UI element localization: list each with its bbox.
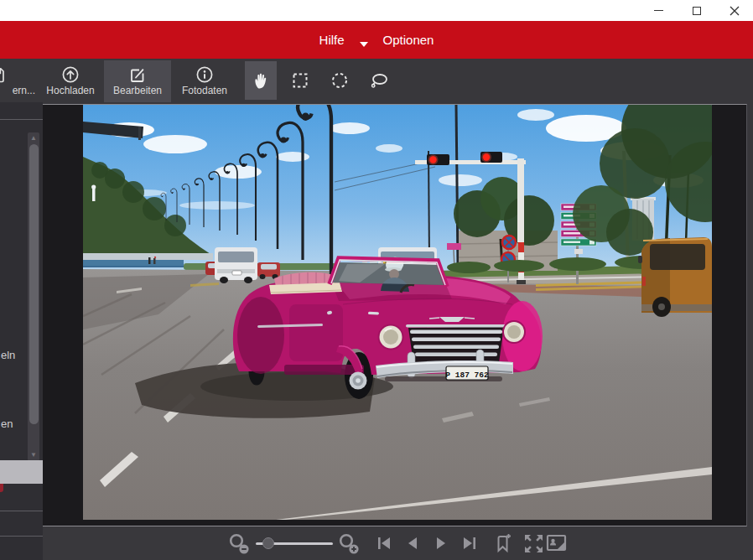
fullscreen-icon <box>522 532 545 555</box>
zoom-slider-thumb[interactable] <box>262 537 274 549</box>
save-button[interactable]: ern... <box>0 60 37 102</box>
next-image-button[interactable] <box>431 533 451 553</box>
lasso-select-button[interactable] <box>363 61 395 100</box>
compare-view-icon <box>545 532 569 554</box>
save-label: ern... <box>13 85 35 96</box>
titlebar <box>0 0 753 21</box>
dashed-rect-icon <box>290 70 310 91</box>
headlight-left <box>378 324 404 350</box>
traffic-light-head <box>427 154 449 165</box>
rect-select-button[interactable] <box>284 61 316 100</box>
lasso-icon <box>368 70 390 91</box>
close-button[interactable] <box>715 0 753 21</box>
zoom-slider[interactable] <box>256 537 333 549</box>
edit-label: Bearbeiten <box>113 85 162 96</box>
menubar: Hilfe Optionen <box>0 21 753 59</box>
sidebar: eln en ▲ ▼ <box>0 102 43 560</box>
sidebar-selected-item[interactable] <box>0 460 43 484</box>
last-image-button[interactable] <box>460 533 480 553</box>
photo-canvas[interactable]: P 187 762 <box>83 105 712 520</box>
edit-icon <box>128 65 147 84</box>
menu-optionen[interactable]: Optionen <box>383 33 434 47</box>
previous-image-button[interactable] <box>402 533 423 553</box>
license-plate-text: P 187 762 <box>445 371 489 380</box>
ellipse-select-button[interactable] <box>324 61 356 100</box>
save-icon <box>0 65 7 84</box>
scrollbar-thumb[interactable] <box>29 144 39 424</box>
headlight-right <box>502 320 526 344</box>
main-area: P 187 762 <box>43 102 753 560</box>
white-van <box>215 247 257 283</box>
photodata-button[interactable]: Fotodaten <box>171 60 238 102</box>
door-handle <box>368 312 379 315</box>
hand-tool-button[interactable] <box>245 61 277 100</box>
sidebar-divider <box>0 511 43 511</box>
orange-van <box>638 237 712 317</box>
upload-label: Hochladen <box>46 85 94 96</box>
bookmark-add-icon <box>493 532 514 554</box>
front-hubcap <box>350 372 367 390</box>
first-image-button[interactable] <box>374 533 394 553</box>
compare-view-button[interactable] <box>545 532 569 554</box>
car-grille <box>406 324 506 363</box>
first-image-icon <box>374 533 394 553</box>
info-icon <box>195 65 214 84</box>
close-icon <box>730 6 740 16</box>
upload-button[interactable]: Hochladen <box>37 60 104 102</box>
menu-hilfe[interactable]: Hilfe <box>319 33 345 47</box>
window-controls <box>640 0 753 21</box>
dashed-circle-icon <box>330 70 350 91</box>
hand-icon <box>251 70 271 91</box>
scroll-down-icon[interactable]: ▼ <box>28 451 39 459</box>
bookmark-add-button[interactable] <box>493 532 514 554</box>
maximize-icon <box>693 7 701 15</box>
license-plate: P 187 762 <box>445 366 489 380</box>
minimize-icon <box>654 10 663 12</box>
zoom-out-icon <box>228 532 251 555</box>
sidebar-scrollbar[interactable]: ▲ ▼ <box>28 132 39 461</box>
zoom-in-icon <box>338 532 361 555</box>
bottom-toolbar <box>43 526 753 560</box>
traffic-light-head <box>480 152 502 163</box>
fullscreen-button[interactable] <box>522 532 545 555</box>
red-car-right <box>257 262 280 279</box>
chevron-down-icon[interactable] <box>360 42 368 47</box>
zoom-out-button[interactable] <box>228 532 251 555</box>
edit-button[interactable]: Bearbeiten <box>104 60 171 102</box>
last-image-icon <box>460 533 480 553</box>
upload-icon <box>61 65 80 84</box>
sidebar-divider <box>0 536 43 537</box>
maximize-button[interactable] <box>678 0 715 21</box>
minimize-button[interactable] <box>640 0 678 21</box>
scroll-up-icon[interactable]: ▲ <box>28 134 39 143</box>
toolbar: ern... Hochladen Bearbeiten <box>0 59 753 102</box>
app-window: Hilfe Optionen ern... Hochladen <box>0 0 753 560</box>
next-image-icon <box>431 533 451 553</box>
photodata-label: Fotodaten <box>182 85 227 96</box>
image-viewer: P 187 762 <box>43 104 747 526</box>
sidebar-divider <box>0 119 43 120</box>
previous-image-icon <box>402 533 423 553</box>
zoom-in-button[interactable] <box>338 532 361 555</box>
